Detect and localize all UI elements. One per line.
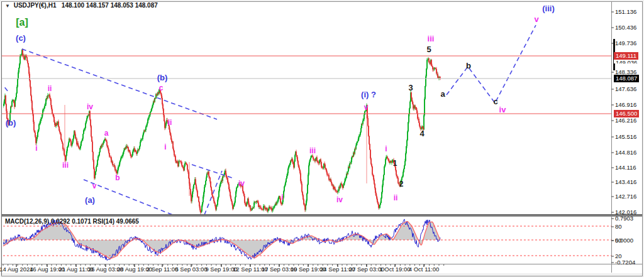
- wave-label[interactable]: iii: [309, 146, 316, 155]
- window-bottom-strip: [2, 273, 642, 275]
- collapse-arrow-icon[interactable]: ▼: [5, 3, 10, 9]
- wave-label[interactable]: (b): [6, 118, 16, 128]
- price-tick: 144.116: [615, 164, 643, 171]
- time-tick-label: 2 Sep 11:00: [147, 266, 179, 273]
- wave-label[interactable]: iv: [336, 195, 343, 204]
- wave-label[interactable]: ii: [48, 84, 52, 93]
- wave-label[interactable]: a: [440, 89, 445, 99]
- wave-label[interactable]: i: [164, 143, 166, 151]
- wave-label[interactable]: i: [281, 193, 283, 202]
- wave-label[interactable]: b: [115, 173, 119, 182]
- price-tick: 148.336: [615, 68, 643, 75]
- wave-label[interactable]: a: [104, 129, 109, 138]
- wave-label[interactable]: 3: [408, 83, 413, 92]
- wave-label[interactable]: (a): [85, 195, 95, 205]
- price-badge: 149.111: [614, 52, 638, 60]
- wave-label[interactable]: v: [534, 14, 538, 24]
- wave-label[interactable]: (iii): [542, 4, 555, 13]
- wave-label[interactable]: [a]: [16, 17, 28, 28]
- chart-title: ▼ USDJPY(€),H1 148.100 148.157 148.053 1…: [5, 2, 158, 9]
- trendline[interactable]: [192, 165, 234, 178]
- price-tick: 150.436: [615, 24, 643, 31]
- trendline[interactable]: [84, 180, 180, 218]
- wave-label[interactable]: c: [493, 97, 497, 106]
- wave-label[interactable]: iv: [238, 179, 245, 188]
- wave-label[interactable]: ii: [394, 193, 398, 202]
- ohlc-quote-label: 148.100 148.157 148.053 148.087: [62, 2, 158, 9]
- wave-label[interactable]: i: [35, 144, 37, 153]
- wave-label[interactable]: 5: [426, 45, 431, 54]
- projection-path[interactable]: [447, 25, 536, 103]
- time-tick-label: 1 Oct 19:00: [379, 266, 410, 273]
- wave-label[interactable]: iv: [499, 105, 506, 114]
- candles[interactable]: [3, 48, 440, 215]
- price-badge: 146.500: [614, 110, 639, 117]
- price-tick: 145.516: [615, 133, 643, 140]
- wave-label[interactable]: 1: [393, 159, 397, 168]
- indicator-axis-tick: -0.7204: [615, 259, 643, 266]
- time-tick-label: 5 Sep 03:00: [175, 266, 207, 273]
- price-tick: 146.216: [615, 117, 643, 124]
- wave-label[interactable]: v: [364, 103, 369, 112]
- symbol-period-label: USDJPY(€),H1: [14, 2, 57, 9]
- wave-label[interactable]: (i) ?: [361, 90, 376, 99]
- wave-label[interactable]: i: [385, 144, 387, 153]
- indicator-axis-tick: 0.0000: [615, 237, 643, 244]
- partially-hidden-price-label: 149.036: [614, 60, 639, 63]
- wave-label[interactable]: iv: [87, 102, 93, 111]
- wave-label[interactable]: 2: [399, 180, 404, 188]
- indicator-label: MACD(12,26,9) 0.0292 0.1071 RSI(14) 49.0…: [5, 218, 139, 225]
- wave-label[interactable]: (c): [16, 33, 26, 43]
- wave-label[interactable]: b: [466, 61, 471, 70]
- wave-label[interactable]: v: [92, 182, 97, 190]
- window-left-border: [1, 1, 2, 275]
- time-tick-label: 4 Oct 11:00: [409, 266, 439, 273]
- wave-label[interactable]: iii: [62, 161, 69, 170]
- price-tick: 151.136: [615, 8, 643, 15]
- indicator-pane-border: [2, 264, 643, 264]
- pane-separator[interactable]: [2, 214, 642, 217]
- wave-label[interactable]: c: [159, 84, 164, 92]
- wave-label[interactable]: (b): [157, 73, 168, 82]
- price-tick: 147.636: [615, 85, 643, 92]
- metatrader-chart-screenshot: ▼ USDJPY(€),H1 148.100 148.157 148.053 1…: [0, 0, 644, 277]
- price-tick: 143.416: [615, 178, 643, 185]
- price-tick: 144.816: [615, 149, 643, 156]
- price-tick: 146.916: [615, 101, 643, 108]
- price-badge: 148.087: [614, 75, 639, 82]
- wave-label[interactable]: 4: [419, 129, 424, 138]
- time-tick-label: 14 Aug 2024: [0, 266, 33, 273]
- indicator-axis-tick: 80: [615, 223, 643, 230]
- wave-label[interactable]: iii: [428, 34, 435, 43]
- main-chart-pane[interactable]: [0, 25, 536, 218]
- indicator-pane[interactable]: [3, 219, 611, 260]
- price-tick: 142.716: [615, 193, 643, 200]
- candlestick-chart[interactable]: [0, 0, 644, 277]
- wave-label[interactable]: ii: [168, 118, 172, 127]
- price-tick: 149.736: [615, 40, 643, 46]
